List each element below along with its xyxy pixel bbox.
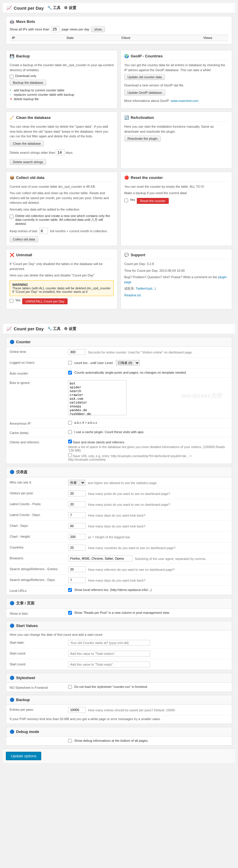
start-count-visitors-input[interactable] — [68, 651, 150, 657]
header-bar: 📈 Count per Day 🔧 工具 ⚙ 设置 — [3, 3, 235, 13]
browsers-input[interactable] — [68, 556, 132, 561]
globe-icon: 🌍 — [124, 54, 129, 58]
auto-counter-checkbox[interactable] — [68, 371, 72, 375]
uninstall-button[interactable]: UNINSTALL Count per Day — [22, 299, 68, 304]
delete-old-collection-checkbox[interactable] — [10, 215, 13, 218]
clean-database-button[interactable]: Clean the database — [10, 141, 44, 147]
geoip-title: 🌍 GeoIP - Countries — [124, 54, 228, 60]
backup-delete-item: delete backup file — [10, 97, 114, 101]
backup-note: If your PHP memory limit less than 50 MB… — [6, 715, 232, 724]
uninstall-warning: WARNING These tables (with ALL counter d… — [10, 280, 114, 296]
counter-section: 🔵 Counter Online time: Seconds for onlin… — [6, 337, 232, 464]
reactivate-button[interactable]: Reactivate the plugin — [124, 135, 161, 142]
start-count-visitors-row: Start count: — [6, 648, 232, 659]
stylesheet-section: 🔵 Stylesheet NO Stylesheet in Frontend: … — [6, 673, 232, 692]
reset-counter-button[interactable]: Reset the counter — [137, 198, 169, 204]
chart-days-input[interactable] — [68, 523, 86, 529]
settings-tool-link[interactable]: 🔧 工具 — [47, 326, 61, 332]
online-time-input[interactable] — [68, 349, 86, 355]
readme-link[interactable]: Readme.txt — [124, 293, 141, 297]
reset-yes-checkbox[interactable] — [124, 198, 128, 203]
support-bug-text: Bug? Problem? Question? Hint? Praise? Wr… — [124, 275, 228, 284]
user-level-select[interactable]: 订阅者 (0) 贡献者 (1) 作者 (2) 编辑 (7) 管理员 (10) — [116, 360, 140, 366]
save-url-only-checkbox[interactable] — [68, 453, 72, 457]
chart-days-row: Chart - Days: How many days do you want … — [6, 521, 232, 531]
start-values-icon: 🔵 — [10, 623, 14, 628]
anonymous-ip-checkbox[interactable] — [68, 421, 72, 425]
support-title: 💬 Support — [124, 253, 228, 259]
start-values-section: 🔵 Start Values Here you can change the d… — [6, 621, 232, 670]
clients-referrers-checkbox[interactable] — [68, 440, 72, 443]
chat-icon: 💬 — [124, 253, 129, 257]
logged-users-checkbox[interactable] — [68, 361, 72, 365]
chart-height-input[interactable] — [68, 534, 86, 540]
search-referrers-days-row: Search strings/Referrers - Days: How man… — [6, 575, 232, 586]
tool-link[interactable]: 🔧 工具 — [47, 5, 61, 10]
clean-database-card: 🧹 Clean the database You can clean the c… — [6, 112, 117, 169]
delete-old-collection-row: Delete old collection and create a new o… — [10, 214, 114, 225]
debug-icon: 🔵 — [10, 730, 14, 734]
chart-icon: 📈 — [6, 5, 12, 10]
countries-row: Countries: How many countries do you wan… — [6, 542, 232, 553]
update-options-button[interactable]: Update options — [6, 752, 41, 760]
countries-input[interactable] — [68, 545, 86, 551]
no-stylesheet-checkbox[interactable] — [68, 685, 72, 689]
mass-bots-section: 🤖 Mass Bots Show all IPs with more than … — [6, 16, 232, 44]
start-count-reads-row: Start count: — [6, 659, 232, 670]
latest-counts-days-input[interactable] — [68, 512, 86, 518]
who-can-see-select[interactable]: 作者 编辑 管理员 — [68, 480, 86, 486]
keep-entries-input[interactable] — [39, 228, 48, 234]
settings-header-bar: 📈 Count per Day 🔧 工具 ⚙ 设置 — [3, 324, 235, 334]
start-date-row: Start date: — [6, 638, 232, 648]
geoip-link[interactable]: www.maxmind.com — [171, 99, 199, 102]
start-count-reads-input[interactable] — [68, 661, 150, 668]
debug-checkbox[interactable] — [68, 739, 72, 743]
visitors-per-post-input[interactable] — [68, 491, 86, 496]
cache-row: Cache (beta): I use a cache plugin. Coun… — [6, 428, 232, 437]
robot-icon: 🤖 — [10, 19, 14, 24]
delete-search-button[interactable]: Delete search strings — [10, 159, 46, 165]
uninstall-yes-checkbox[interactable] — [10, 299, 13, 303]
backup-button[interactable]: Backup the database — [10, 80, 46, 86]
start-date-input[interactable] — [68, 640, 150, 646]
mass-bots-show-button[interactable]: show — [91, 26, 105, 32]
cache-checkbox[interactable] — [68, 430, 72, 434]
search-referrers-days-input[interactable] — [68, 577, 86, 583]
search-days-input[interactable] — [56, 149, 65, 155]
show-in-lists-checkbox[interactable] — [68, 611, 72, 615]
settings-link[interactable]: ⚙ 设置 — [64, 5, 76, 10]
settings-settings-link[interactable]: ⚙ 设置 — [64, 326, 76, 332]
backup-title: 💾 Backup — [10, 54, 114, 60]
reset-yes-row: Yes Reset the counter — [124, 198, 228, 204]
download-only-checkbox[interactable] — [10, 75, 13, 79]
collect-old-title: 📦 Collect old data — [10, 176, 114, 182]
local-urls-row: Local URLs: Show local referrers too. (h… — [6, 586, 232, 595]
reactivation-title: 🔄 ReActivation — [124, 115, 228, 122]
backup-card: 💾 Backup Create a backup of the counter … — [6, 50, 117, 108]
counter-section-title: 🔵 Counter — [6, 337, 232, 347]
geoip-card: 🌍 GeoIP - Countries You can get the coun… — [121, 50, 232, 108]
package-icon: 📦 — [10, 176, 14, 180]
local-urls-checkbox[interactable] — [68, 588, 72, 592]
bots-ignore-textarea[interactable]: bot spider search crawler ask.com valida… — [68, 380, 127, 415]
anonymous-ip-row: Anonymous IP: a.b.c.4 > a.b.c.x — [6, 418, 232, 428]
reset-counter-card: 🔴 Reset the counter You can reset the co… — [121, 172, 232, 246]
counter-section-icon: 🔵 — [10, 340, 14, 344]
backup-settings-icon: 🔵 — [10, 698, 14, 702]
twitter-link[interactable]: Twitter#cpd...) — [136, 287, 156, 290]
entries-per-pass-input[interactable] — [68, 707, 86, 713]
search-referrers-entries-input[interactable] — [68, 566, 86, 572]
latest-counts-posts-input[interactable] — [68, 501, 86, 507]
page-title: 📈 Count per Day — [6, 5, 44, 10]
collect-old-button[interactable]: Collect old data — [10, 236, 38, 242]
debug-section: 🔵 Debug mode Show debug informations at … — [6, 727, 232, 746]
mass-bots-threshold-input[interactable] — [51, 26, 60, 32]
update-geoip-button[interactable]: Update GeoIP database — [124, 90, 165, 95]
online-time-row: Online time: Seconds for online counter.… — [6, 347, 232, 358]
start-values-desc: Here you can change the date of first co… — [6, 630, 232, 638]
update-old-counter-button[interactable]: Update old counter data — [124, 74, 165, 80]
start-values-title: 🔵 Start Values — [6, 621, 232, 630]
dashboard-icon: 🔵 — [10, 470, 14, 474]
stylesheet-icon: 🔵 — [10, 676, 14, 680]
clean-db-title: 🧹 Clean the database — [10, 115, 114, 122]
